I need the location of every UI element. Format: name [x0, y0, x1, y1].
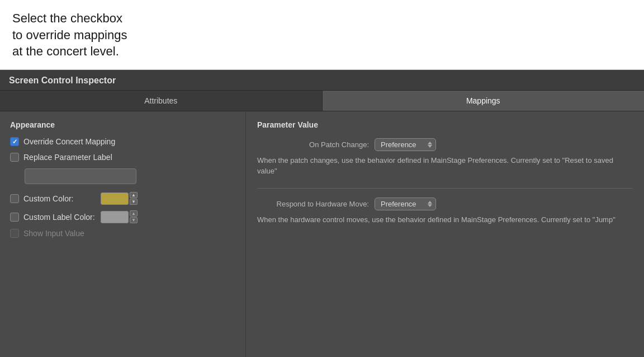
tooltip-area: Select the checkboxto override mappingsa… — [0, 0, 644, 70]
custom-color-checkbox[interactable] — [10, 194, 19, 203]
override-concert-label: Override Concert Mapping — [23, 137, 115, 146]
dropdown-down-arrow-icon-2 — [428, 204, 432, 207]
tab-mappings[interactable]: Mappings — [323, 91, 645, 111]
custom-label-color-label: Custom Label Color: — [23, 213, 96, 222]
custom-label-color-stepper[interactable]: ▲ ▼ — [130, 210, 138, 223]
custom-label-color-swatch[interactable] — [101, 211, 129, 223]
left-panel: Appearance Override Concert Mapping Repl… — [0, 111, 246, 357]
inspector-header: Screen Control Inspector — [0, 70, 644, 91]
custom-color-label: Custom Color: — [23, 194, 96, 203]
custom-label-color-checkbox[interactable] — [10, 213, 19, 222]
respond-to-hardware-move-label: Respond to Hardware Move: — [257, 200, 369, 208]
tab-attributes[interactable]: Attributes — [0, 91, 323, 111]
respond-to-hardware-move-dropdown[interactable]: Preference — [375, 198, 436, 210]
stepper-down-icon: ▼ — [130, 199, 138, 205]
respond-to-hardware-move-block: Respond to Hardware Move: Preference Whe… — [257, 198, 633, 226]
appearance-section-title: Appearance — [10, 120, 235, 129]
show-input-value-checkbox[interactable] — [10, 229, 19, 238]
on-patch-change-row: On Patch Change: Preference — [257, 138, 633, 151]
stepper-down-icon: ▼ — [130, 217, 138, 223]
custom-color-row: Custom Color: ▲ ▼ — [10, 192, 235, 205]
right-panel: Parameter Value On Patch Change: Prefere… — [246, 111, 644, 357]
dropdown-up-arrow-icon-2 — [428, 201, 432, 204]
custom-color-swatch[interactable] — [101, 192, 129, 205]
override-concert-row: Override Concert Mapping — [10, 137, 235, 146]
on-patch-change-dropdown[interactable]: Preference — [375, 138, 436, 151]
on-patch-change-arrows — [428, 142, 432, 148]
parameter-label-input[interactable] — [25, 168, 136, 184]
content-area: Appearance Override Concert Mapping Repl… — [0, 111, 644, 357]
replace-param-label-row: Replace Parameter Label — [10, 153, 235, 162]
on-patch-change-description: When the patch changes, use the behavior… — [257, 156, 633, 177]
replace-param-label-label: Replace Parameter Label — [23, 153, 112, 162]
respond-to-hardware-move-value: Preference — [381, 200, 425, 208]
on-patch-change-value: Preference — [381, 140, 425, 149]
tooltip-text: Select the checkboxto override mappingsa… — [12, 10, 632, 60]
override-concert-checkbox[interactable] — [10, 137, 19, 146]
custom-label-color-row: Custom Label Color: ▲ ▼ — [10, 210, 235, 223]
stepper-up-icon: ▲ — [130, 210, 138, 217]
inspector-title: Screen Control Inspector — [9, 76, 116, 85]
show-input-value-label: Show Input Value — [23, 229, 84, 238]
replace-param-label-checkbox[interactable] — [10, 153, 19, 162]
on-patch-change-block: On Patch Change: Preference When the pat… — [257, 138, 633, 177]
custom-color-swatch-wrapper: ▲ ▼ — [101, 192, 138, 205]
respond-to-hardware-move-description: When the hardware control moves, use the… — [257, 215, 633, 226]
respond-to-hardware-move-row: Respond to Hardware Move: Preference — [257, 198, 633, 210]
dropdown-down-arrow-icon — [428, 145, 432, 148]
parameter-value-title: Parameter Value — [257, 120, 633, 129]
custom-label-color-swatch-wrapper: ▲ ▼ — [101, 210, 138, 223]
tabs-row: Attributes Mappings — [0, 91, 644, 111]
show-input-value-row: Show Input Value — [10, 229, 235, 238]
inspector-panel: Screen Control Inspector Attributes Mapp… — [0, 70, 644, 357]
param-divider — [257, 188, 633, 189]
on-patch-change-label: On Patch Change: — [257, 140, 369, 149]
custom-color-stepper[interactable]: ▲ ▼ — [130, 192, 138, 205]
dropdown-up-arrow-icon — [428, 142, 432, 144]
stepper-up-icon: ▲ — [130, 192, 138, 198]
respond-hardware-move-arrows — [428, 201, 432, 207]
